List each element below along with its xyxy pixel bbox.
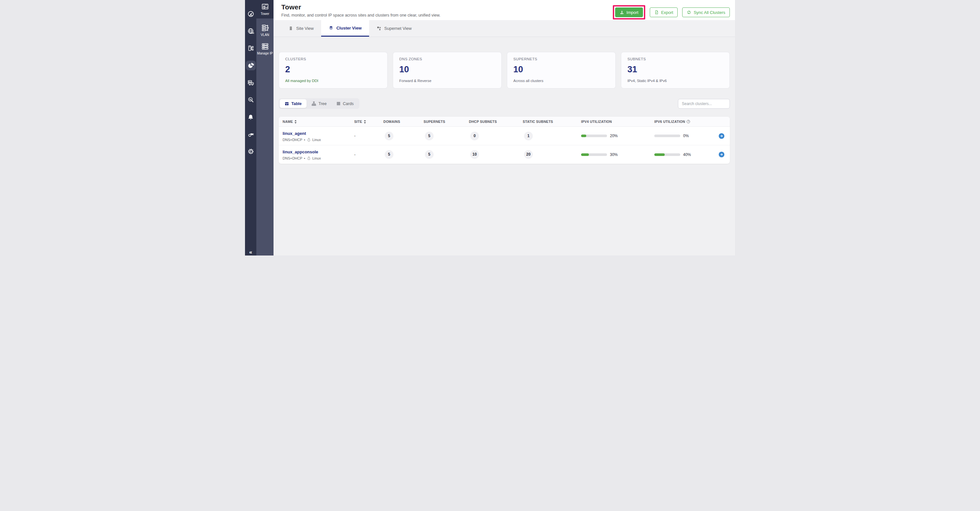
manage-ip-servers-icon — [261, 43, 269, 50]
view-toggle-table[interactable]: Table — [280, 99, 307, 108]
open-cluster-arrow-button[interactable] — [719, 133, 725, 139]
column-label: SITE — [354, 119, 362, 124]
ipv4-utilization-cell: 30% — [581, 153, 654, 157]
meta-separator: • — [304, 138, 305, 142]
sidebar-item-vlan[interactable]: VLAN — [256, 21, 274, 40]
ipv4-percent-label: 20% — [610, 134, 618, 138]
view-toggle-tree[interactable]: Tree — [307, 99, 331, 108]
sidebar-item-manage-ip[interactable]: Manage IP — [256, 40, 274, 58]
module-panel: Tower VLAN Manag — [256, 0, 274, 256]
collapse-sidebar-icon[interactable]: « — [249, 249, 252, 255]
sort-icon — [364, 120, 366, 124]
page-subtitle: Find, monitor, and control IP space acro… — [281, 13, 441, 18]
meta-separator: • — [304, 156, 305, 160]
supernets-cell: 5 — [423, 132, 469, 140]
stat-value: 2 — [285, 65, 381, 74]
stat-card-supernets: SUPERNETS 10 Across all clusters — [507, 52, 616, 89]
tower-dashboard-icon — [261, 3, 269, 11]
ipam-pie-chart-icon[interactable] — [246, 60, 256, 70]
tab-label: Cluster View — [336, 25, 362, 30]
content-area: CLUSTERS 2 All managed by DDI DNS ZONES … — [274, 37, 735, 164]
ipv4-utilization-cell: 20% — [581, 134, 654, 138]
open-cluster-arrow-button[interactable] — [719, 151, 725, 158]
cluster-name-cell: linux_agent DNS+DHCP • L — [279, 131, 354, 142]
stat-cards: CLUSTERS 2 All managed by DDI DNS ZONES … — [279, 52, 730, 89]
count-badge: 10 — [470, 150, 479, 159]
stat-card-dns-zones: DNS ZONES 10 Forward & Reverse — [393, 52, 502, 89]
column-header-supernets: SUPERNETS — [423, 119, 469, 124]
ipv6-utilization-cell: 0% — [654, 134, 710, 138]
view-toggle-label: Cards — [343, 102, 353, 106]
ipv6-utilization-cell: 40% — [654, 153, 710, 157]
layers-icon — [329, 25, 334, 30]
integrations-plug-icon[interactable] — [247, 131, 255, 138]
svg-text:DNS: DNS — [250, 32, 254, 34]
export-file-icon: x — [654, 10, 659, 14]
svg-text:x: x — [656, 12, 657, 14]
stat-caption: All managed by DDI — [285, 79, 381, 83]
view-tabs: Site View Cluster View — [274, 20, 735, 37]
stat-caption: IPv4, Static IPv4 & IPv6 — [627, 79, 723, 83]
dhcp-subnets-cell: 10 — [469, 150, 523, 159]
progress-fill — [581, 135, 586, 137]
dashboard-gauge-icon[interactable] — [247, 10, 255, 18]
export-button[interactable]: x Export — [650, 8, 678, 17]
sync-button-label: Sync All Clusters — [694, 10, 725, 15]
network-nodes-icon — [377, 26, 382, 31]
tree-icon — [312, 101, 316, 106]
main-area: Tower Find, monitor, and control IP spac… — [274, 0, 735, 256]
page-header: Tower Find, monitor, and control IP spac… — [274, 0, 735, 20]
dns-globe-icon[interactable]: DNS — [247, 27, 255, 35]
supernets-cell: 5 — [423, 150, 469, 159]
ipv6-percent-label: 40% — [683, 153, 691, 157]
building-icon — [289, 26, 293, 31]
count-badge: 5 — [425, 150, 434, 159]
domains-cell: 5 — [383, 132, 423, 140]
progress-track — [654, 135, 680, 137]
row-actions-cell — [710, 133, 730, 139]
stat-value: 10 — [399, 65, 495, 74]
stat-card-subnets: SUBNETS 31 IPv4, Static IPv4 & IPv6 — [621, 52, 730, 89]
import-highlight-annotation: Import — [613, 5, 645, 19]
server-shield-icon[interactable] — [247, 79, 255, 86]
cluster-services: DNS+DHCP — [283, 156, 302, 160]
count-badge: 20 — [524, 150, 533, 159]
tab-supernet-view[interactable]: Supernet View — [369, 20, 419, 37]
stat-value: 31 — [627, 65, 723, 74]
stat-label: SUPERNETS — [513, 57, 609, 61]
column-header-site[interactable]: SITE — [354, 119, 383, 124]
search-container — [678, 99, 730, 108]
cluster-name-link[interactable]: linux_appconsole — [283, 150, 318, 154]
count-badge: 1 — [524, 132, 533, 140]
tab-cluster-view[interactable]: Cluster View — [321, 20, 369, 37]
cluster-meta: DNS+DHCP • Linux — [283, 138, 354, 142]
page-title: Tower — [281, 3, 441, 11]
info-icon[interactable]: ? — [686, 119, 690, 124]
progress-track — [581, 135, 607, 137]
search-analytics-icon[interactable] — [247, 96, 255, 103]
import-button[interactable]: Import — [615, 8, 643, 17]
header-actions: Import x Export — [613, 5, 730, 19]
table-row: linux_agent DNS+DHCP • L — [279, 127, 730, 145]
progress-track — [581, 153, 607, 156]
settings-gear-wrench-icon[interactable] — [247, 148, 255, 155]
column-header-name[interactable]: NAME — [279, 119, 354, 124]
sync-refresh-icon — [687, 10, 691, 14]
sidebar-item-tower[interactable]: Tower — [256, 0, 274, 19]
cluster-name-link[interactable]: linux_agent — [283, 131, 306, 136]
sync-all-clusters-button[interactable]: Sync All Clusters — [682, 8, 730, 17]
column-label: NAME — [283, 119, 293, 124]
static-subnets-cell: 20 — [523, 150, 581, 159]
column-header-static-subnets: STATIC SUBNETS — [523, 119, 581, 124]
sort-icon — [294, 120, 297, 124]
notifications-bell-icon[interactable] — [247, 113, 255, 121]
count-badge: 5 — [385, 132, 393, 140]
server-tree-icon[interactable] — [247, 45, 255, 52]
search-clusters-input[interactable] — [678, 99, 730, 108]
tab-label: Supernet View — [384, 26, 412, 31]
view-toggle-cards[interactable]: Cards — [331, 99, 358, 108]
tab-site-view[interactable]: Site View — [281, 20, 321, 37]
progress-fill — [581, 153, 589, 156]
stat-caption: Across all clusters — [513, 79, 609, 83]
site-cell: - — [354, 134, 383, 138]
